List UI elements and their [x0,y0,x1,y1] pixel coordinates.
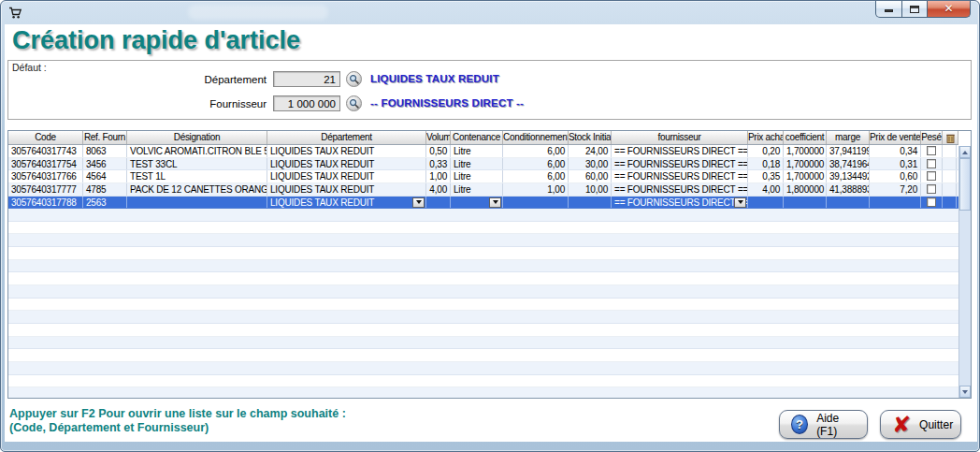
cell-marge: 41,388893 [827,183,870,196]
maximize-button[interactable] [902,1,928,18]
scroll-up-button[interactable] [959,146,971,158]
quit-button[interactable]: ✘ Quitter [880,410,961,439]
empty-row [8,285,958,299]
help-button-label: Aide (F1) [816,412,856,438]
cell-coefficient: 1,700000 [784,158,827,170]
column-header-departement: Département [267,131,426,144]
close-icon: ✕ [928,2,970,15]
window-controls: ✕ [875,1,971,18]
cell-conditionnement: 6,00 [503,170,569,182]
cell-contenance: Litre [451,170,503,182]
cell-prix_achat[interactable] [748,197,784,209]
cell-prix_vente[interactable] [870,197,921,209]
pese-checkbox[interactable] [927,197,936,207]
table-row[interactable]: 30576403177882563LIQUIDES TAUX REDUIT== … [8,197,958,210]
cell-conditionnement: 1,00 [503,183,569,196]
empty-row [8,375,958,388]
cell-del [943,183,957,196]
cell-marge: 37,941199 [827,145,870,157]
cell-stock[interactable] [569,197,612,209]
column-header-designation: Désignation [127,131,267,144]
help-icon: ? [791,415,808,434]
client-area: Création rapide d'article Défaut : Dépar… [5,24,977,442]
cell-marge: 39,134492 [827,170,870,182]
cell-prix_achat: 4,00 [748,183,784,196]
cell-contenance: Litre [451,145,503,157]
cell-ref[interactable]: 2563 [83,197,127,209]
cell-designation[interactable] [127,197,267,209]
cell-coefficient[interactable] [784,197,827,209]
f2-hint-text: Appuyer sur F2 Pour ouvrir une liste sur… [9,407,346,435]
cell-contenance: Litre [451,158,503,170]
vertical-scrollbar[interactable] [958,146,971,398]
help-button[interactable]: ? Aide (F1) [779,410,868,439]
cell-designation: PACK DE 12 CANETTES ORANGE [127,183,267,196]
cell-contenance[interactable] [451,197,503,209]
cell-code: 3057640317766 [8,170,83,182]
hint-line-2: (Code, Département et Fournisseur) [9,421,346,435]
fournisseur-lookup-button[interactable] [346,95,362,111]
cell-pese [921,183,943,196]
close-button[interactable]: ✕ [928,1,971,18]
column-header-coefficient: coefficient [784,131,827,144]
contenance-dropdown-button[interactable] [489,197,501,208]
cell-departement: LIQUIDES TAUX REDUIT [267,158,426,170]
table-body: 30576403177438063VOLVIC AROMATI.CITRON B… [8,145,958,399]
titlebar[interactable]: ✕ [1,1,979,24]
column-header-delete [943,131,958,144]
cell-marge: 38,741964 [827,158,870,170]
departement-lookup-button[interactable] [346,71,362,87]
cell-ref: 3456 [83,158,127,170]
cell-designation: TEST 1L [127,170,267,182]
cell-coefficient: 1,700000 [784,145,827,157]
scroll-down-button[interactable] [959,386,971,398]
column-header-marge: marge [827,131,870,144]
cell-ref: 4785 [83,183,127,196]
cell-marge[interactable] [827,197,870,209]
empty-row [8,311,958,324]
fournisseur-input[interactable] [273,95,340,111]
empty-row [8,222,958,235]
pese-checkbox[interactable] [927,184,936,194]
table-row[interactable]: 30576403177774785PACK DE 12 CANETTES ORA… [8,183,958,197]
cell-contenance: Litre [451,183,503,196]
cell-departement[interactable]: LIQUIDES TAUX REDUIT [267,197,426,209]
page-title: Création rapide d'article [12,26,300,55]
scrollbar-thumb[interactable] [959,158,971,211]
pese-checkbox[interactable] [927,159,936,168]
quit-x-icon: ✘ [892,416,911,434]
cell-departement: LIQUIDES TAUX REDUIT [267,145,426,157]
cell-volume[interactable] [426,197,451,209]
minimize-button[interactable] [875,1,902,18]
pese-checkbox[interactable] [927,171,936,181]
cell-del[interactable] [943,197,957,209]
column-header-conditionnement: Conditionnement [503,131,569,144]
cell-designation: VOLVIC AROMATI.CITRON BLE 50CL [127,145,267,157]
cell-del [943,145,957,157]
cell-fournisseur[interactable]: == FOURNISSEURS DIRECT == [612,197,748,209]
cell-pese[interactable] [921,197,943,209]
cell-coefficient: 1,700000 [784,170,827,182]
departement-input[interactable] [273,71,340,87]
chevron-down-icon [738,200,743,204]
cell-volume: 0,50 [426,145,451,157]
arrow-up-icon [962,151,968,154]
column-header-volume: Volume [426,131,451,144]
minimize-icon [885,9,893,12]
cell-pese [921,145,943,157]
table-row[interactable]: 30576403177438063VOLVIC AROMATI.CITRON B… [8,145,958,158]
defaults-groupbox: Défaut : Département LIQUIDES TAUX REDUI… [7,60,972,120]
cell-conditionnement[interactable] [503,197,569,209]
cell-code[interactable]: 3057640317788 [8,197,83,209]
table-row[interactable]: 30576403177664564TEST 1LLIQUIDES TAUX RE… [8,170,958,183]
pese-checkbox[interactable] [927,146,936,155]
column-header-prix_vente: Prix de vente [870,131,921,144]
table-row[interactable]: 30576403177543456TEST 33CLLIQUIDES TAUX … [8,158,958,171]
empty-row [8,299,958,312]
fournisseur-field-row: Fournisseur -- FOURNISSEURS DIRECT -- [8,95,971,112]
fournisseur-dropdown-button[interactable] [734,197,746,208]
cell-stock: 24,00 [569,145,612,157]
empty-row [8,247,958,260]
departement-dropdown-button[interactable] [412,197,425,208]
cell-stock: 60,00 [569,170,612,182]
